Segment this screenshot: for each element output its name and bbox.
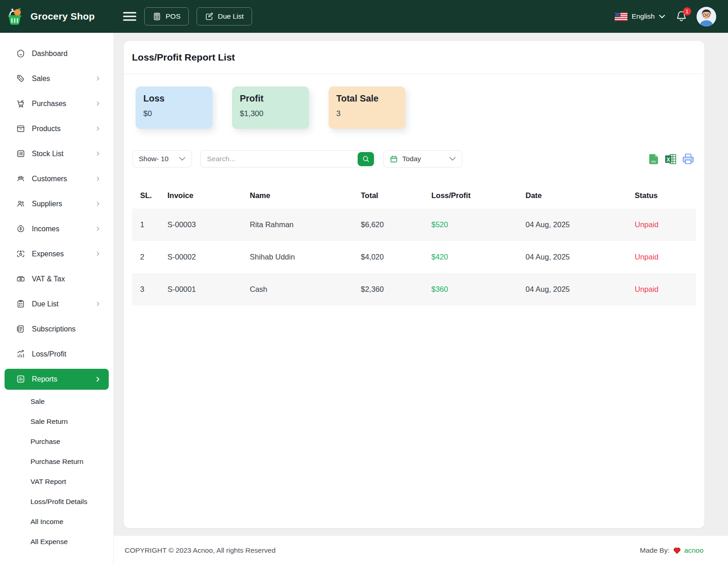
status-badge[interactable]: Unpaid (635, 253, 696, 261)
col-header-sl: SL. (140, 191, 167, 200)
cell-sl: 1 (140, 220, 167, 229)
table-header-row: SL. Invoice Name Total Loss/Profit Date … (132, 182, 696, 209)
sidebar-subitem-all-income[interactable]: All Income (5, 512, 109, 532)
profit-summary-card: Profit $1,300 (232, 87, 309, 129)
export-excel-button[interactable]: X (664, 153, 677, 165)
footer: COPYRIGHT © 2023 Acnoo, All rights Reser… (114, 536, 728, 565)
col-header-loss-profit: Loss/Profit (431, 191, 526, 200)
document-icon (16, 324, 25, 334)
sub-item-label: Purchase (30, 438, 60, 446)
search-box (200, 150, 375, 168)
report-table: SL. Invoice Name Total Loss/Profit Date … (132, 182, 696, 305)
cell-date: 04 Aug, 2025 (526, 253, 635, 261)
profit-card-value: $1,300 (240, 109, 301, 118)
table-row[interactable]: 3 S-00001 Cash $2,360 $360 04 Aug, 2025 … (132, 273, 696, 305)
sidebar-subitem-all-expense[interactable]: All Expense (5, 532, 109, 552)
status-badge[interactable]: Unpaid (635, 220, 696, 229)
sidebar-item-customers[interactable]: Customers (5, 166, 109, 191)
show-entries-select[interactable]: Show- 10 (132, 150, 192, 168)
header-main: POS Due List (114, 0, 728, 33)
excel-icon: X (664, 153, 677, 165)
sidebar-item-vat-tax[interactable]: VAT & Tax (5, 266, 109, 291)
chevron-down-icon (659, 15, 665, 19)
sub-item-label: Purchase Return (30, 458, 83, 466)
sub-item-label: VAT Report (30, 478, 66, 486)
csv-file-icon: csv (647, 153, 660, 165)
col-header-status: Status (635, 191, 696, 200)
sidebar-subitem-sale[interactable]: Sale (5, 392, 109, 412)
due-list-button-label: Due List (218, 12, 244, 20)
box-icon (16, 124, 25, 133)
sidebar-item-dashboard[interactable]: Dashboard (5, 41, 109, 66)
sidebar-item-label: Subscriptions (32, 325, 76, 333)
language-selector[interactable]: English (615, 12, 665, 21)
sidebar-subitem-loss-profit-details[interactable]: Loss/Profit Details (5, 492, 109, 512)
language-label: English (632, 12, 655, 20)
cell-name: Cash (250, 285, 361, 294)
date-range-select[interactable]: Today (383, 150, 462, 168)
status-badge[interactable]: Unpaid (635, 285, 696, 294)
user-avatar[interactable] (697, 7, 716, 26)
sidebar-item-expenses[interactable]: Expenses (5, 241, 109, 266)
col-header-name: Name (250, 191, 361, 200)
sidebar-item-label: Reports (32, 375, 57, 383)
sub-item-label: Sale Return (30, 417, 68, 426)
print-button[interactable] (682, 153, 695, 165)
banknote-icon (16, 274, 25, 284)
export-buttons: csv X (647, 153, 695, 165)
pos-button[interactable]: POS (144, 7, 189, 25)
search-input[interactable] (201, 155, 358, 163)
sidebar-item-purchases[interactable]: Purchases (5, 91, 109, 116)
expense-icon (16, 249, 25, 259)
sidebar-subitem-purchase-return[interactable]: Purchase Return (5, 452, 109, 472)
home-icon (16, 49, 25, 58)
loss-summary-card: Loss $0 (136, 87, 212, 129)
chevron-down-icon (179, 157, 186, 161)
loss-card-value: $0 (143, 109, 205, 118)
cell-name: Rita Rahman (250, 220, 361, 229)
hamburger-menu-icon[interactable] (123, 11, 136, 22)
cell-total: $2,360 (361, 285, 431, 294)
cell-name: Shihab Uddin (250, 253, 361, 261)
table-row[interactable]: 1 S-00003 Rita Rahman $6,620 $520 04 Aug… (132, 209, 696, 241)
sidebar-item-loss-profit[interactable]: Loss/Profit (5, 341, 109, 366)
chevron-right-icon (95, 150, 101, 157)
page-title: Loss/Profit Report List (132, 52, 235, 63)
made-by-label: Made By: (640, 546, 669, 555)
brand-name: Grocery Shop (30, 11, 95, 22)
report-card: Loss/Profit Report List Loss $0 Profit $… (124, 41, 704, 528)
top-header: Grocery Shop POS (0, 0, 728, 33)
col-header-date: Date (526, 191, 635, 200)
sidebar-item-stock-list[interactable]: Stock List (5, 141, 109, 166)
sidebar-subitem-vat-report[interactable]: VAT Report (5, 472, 109, 492)
cell-invoice: S-00002 (167, 253, 250, 261)
list-icon (16, 149, 25, 158)
sidebar-item-products[interactable]: Products (5, 116, 109, 141)
sidebar-item-incomes[interactable]: Incomes (5, 216, 109, 241)
sidebar-item-label: Purchases (32, 100, 66, 108)
sidebar-item-sales[interactable]: Sales (5, 66, 109, 91)
sidebar-item-reports[interactable]: Reports (5, 369, 109, 390)
brand[interactable]: Grocery Shop (0, 0, 114, 33)
loss-card-label: Loss (143, 93, 205, 104)
table-row[interactable]: 2 S-00002 Shihab Uddin $4,020 $420 04 Au… (132, 241, 696, 273)
sidebar-item-due-list[interactable]: Due List (5, 291, 109, 316)
notification-bell[interactable]: 1 (675, 10, 688, 23)
export-csv-button[interactable]: csv (647, 153, 660, 165)
due-list-button[interactable]: Due List (197, 7, 252, 25)
main-content: Loss/Profit Report List Loss $0 Profit $… (114, 33, 728, 536)
users-three-icon (16, 174, 25, 183)
search-button[interactable] (358, 152, 374, 166)
chevron-down-icon (449, 157, 456, 161)
sidebar-item-label: Loss/Profit (32, 350, 66, 358)
sidebar-item-suppliers[interactable]: Suppliers (5, 191, 109, 216)
file-edit-icon (205, 12, 214, 21)
sidebar-subitem-purchase[interactable]: Purchase (5, 432, 109, 452)
cell-loss-profit: $360 (431, 285, 526, 294)
made-by-brand-link[interactable]: acnoo (684, 546, 703, 555)
tag-icon (16, 74, 25, 83)
sidebar-subitem-sale-return[interactable]: Sale Return (5, 412, 109, 432)
sidebar-item-subscriptions[interactable]: Subscriptions (5, 316, 109, 341)
clipboard-icon (16, 299, 25, 309)
chevron-right-icon (95, 175, 101, 182)
